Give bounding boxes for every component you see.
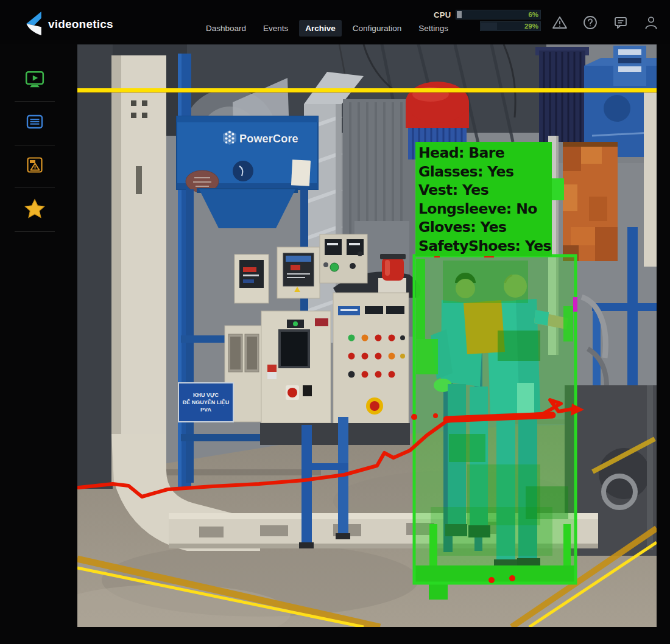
videonetics-chevron-icon bbox=[22, 10, 46, 39]
camera-scene bbox=[77, 44, 657, 627]
tab-configuration[interactable]: Configuration bbox=[347, 20, 407, 37]
sidebar-item-favorites[interactable] bbox=[23, 198, 46, 222]
area-sign-line: ĐỂ NGUYÊN LIỆU bbox=[179, 399, 233, 405]
status-icon-row bbox=[552, 15, 659, 30]
cpu-usage-bar-2: 29% bbox=[480, 21, 541, 31]
image-alert-icon bbox=[25, 155, 44, 177]
alert-triangle-icon[interactable] bbox=[552, 15, 568, 30]
ppe-attribute-line: Glasses: Yes bbox=[418, 163, 552, 181]
sidebar-item-live-view[interactable] bbox=[23, 69, 46, 92]
tab-archive[interactable]: Archive bbox=[299, 20, 342, 37]
monitor-play-icon bbox=[24, 69, 45, 92]
cpu-meter: CPU 6% 29% bbox=[434, 10, 541, 33]
sidebar-divider bbox=[15, 101, 55, 102]
cpu-usage-value-1: 6% bbox=[528, 10, 538, 19]
tab-dashboard[interactable]: Dashboard bbox=[200, 20, 252, 37]
ppe-attributes-label: Head: Bare Glasses: Yes Vest: Yes Longsl… bbox=[415, 142, 552, 256]
list-icon bbox=[25, 112, 44, 134]
help-icon[interactable] bbox=[582, 15, 598, 30]
sidebar-divider bbox=[15, 145, 55, 145]
tab-events[interactable]: Events bbox=[257, 20, 294, 37]
ppe-attribute-line: Longsleeve: No bbox=[418, 200, 552, 219]
cpu-label: CPU bbox=[434, 10, 456, 19]
profile-icon[interactable] bbox=[643, 15, 659, 30]
cpu-usage-value-2: 29% bbox=[524, 22, 538, 30]
area-sign-line: KHU VỰC bbox=[179, 392, 233, 398]
tripwire-line bbox=[77, 88, 657, 93]
sidebar-divider bbox=[15, 231, 55, 232]
powercore-cube-icon bbox=[222, 130, 237, 149]
sidebar-item-event-list[interactable] bbox=[23, 111, 46, 135]
machine-brand-label: PowerCore bbox=[222, 130, 298, 149]
main-nav: Dashboard Events Archive Configuration S… bbox=[200, 20, 454, 37]
control-panels bbox=[225, 234, 421, 445]
white-frame-column bbox=[111, 55, 166, 483]
ppe-attribute-line: Head: Bare bbox=[418, 144, 552, 163]
cpu-usage-fill-1 bbox=[457, 11, 462, 18]
brand-logo[interactable]: videonetics bbox=[22, 10, 113, 39]
cpu-usage-fill-2 bbox=[481, 23, 497, 30]
ppe-attribute-line: Vest: Yes bbox=[418, 181, 552, 200]
area-sign: KHU VỰC ĐỂ NGUYÊN LIỆU PVA bbox=[178, 382, 234, 422]
ppe-attribute-line: SafetyShoes: Yes bbox=[418, 237, 552, 256]
area-sign-line: PVA bbox=[179, 407, 233, 413]
top-bar: videonetics Dashboard Events Archive Con… bbox=[0, 0, 670, 44]
machine-brand-text: PowerCore bbox=[239, 133, 298, 145]
sidebar-divider bbox=[15, 187, 55, 188]
brand-name: videonetics bbox=[48, 18, 113, 31]
ppe-attribute-line: Gloves: Yes bbox=[418, 218, 552, 237]
video-viewport[interactable]: PowerCore KHU VỰC ĐỂ NGUYÊN LIỆU PVA Hea… bbox=[77, 44, 657, 627]
sidebar-item-snapshot-alerts[interactable] bbox=[23, 155, 46, 178]
cpu-usage-bar-1: 6% bbox=[456, 10, 541, 19]
star-icon bbox=[24, 198, 46, 222]
left-sidebar bbox=[0, 44, 77, 644]
messages-icon[interactable] bbox=[613, 15, 629, 30]
